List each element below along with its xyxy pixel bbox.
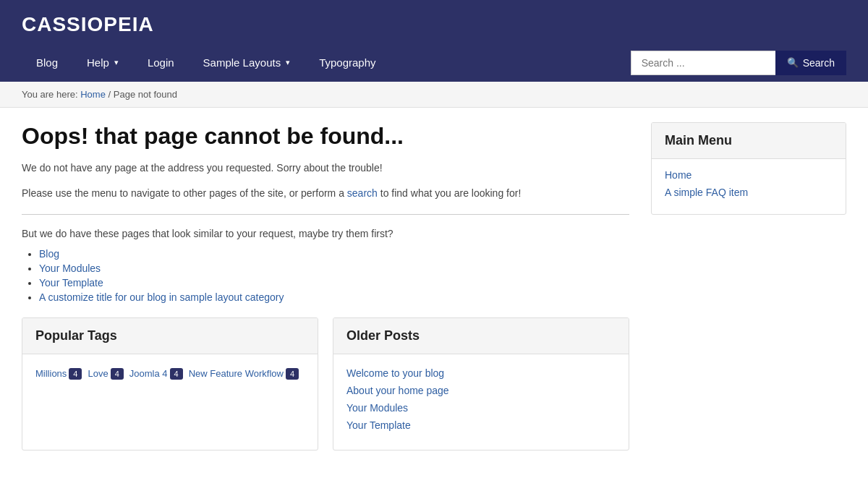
- tag-workflow[interactable]: New Feature Workflow: [189, 368, 284, 379]
- sidebar-title: Main Menu: [652, 123, 846, 159]
- search-link[interactable]: search: [347, 187, 378, 199]
- similar-link-customize[interactable]: A customize title for our blog in sample…: [39, 291, 284, 303]
- similar-link-template[interactable]: Your Template: [39, 277, 103, 289]
- breadcrumb-current: Page not found: [114, 89, 177, 100]
- list-item: Your Template: [39, 277, 629, 289]
- similar-link-blog[interactable]: Blog: [39, 248, 59, 260]
- list-item: About your home page: [346, 385, 616, 396]
- list-item: Home: [665, 169, 833, 181]
- list-item: Blog: [39, 248, 629, 260]
- tag-love[interactable]: Love: [88, 368, 108, 379]
- error-title: Oops! that page cannot be found...: [22, 122, 629, 150]
- popular-tags-title: Popular Tags: [22, 318, 318, 354]
- search-icon: 🔍: [787, 57, 799, 68]
- content-area: Oops! that page cannot be found... We do…: [22, 122, 651, 451]
- main-nav: Blog Help ▾ Login Sample Layouts ▾ Typog…: [22, 43, 846, 82]
- similar-links-list: Blog Your Modules Your Template A custom…: [22, 248, 629, 303]
- nav-typography[interactable]: Typography: [305, 43, 390, 82]
- older-posts-box: Older Posts Welcome to your blog About y…: [333, 317, 629, 451]
- list-item: Your Template: [346, 419, 616, 431]
- divider: [22, 214, 629, 215]
- search-input[interactable]: [631, 51, 775, 75]
- older-link-welcome[interactable]: Welcome to your blog: [346, 367, 444, 379]
- older-links-list: Welcome to your blog About your home pag…: [346, 367, 616, 431]
- nav-sample-layouts[interactable]: Sample Layouts ▾: [189, 43, 305, 82]
- nav-left: Blog Help ▾ Login Sample Layouts ▾ Typog…: [22, 43, 391, 82]
- sidebar-box: Main Menu Home A simple FAQ item: [651, 122, 846, 215]
- similar-link-modules[interactable]: Your Modules: [39, 262, 101, 274]
- bottom-boxes: Popular Tags Millions4 Love4 Joomla 44: [22, 317, 629, 451]
- tag-item: Joomla 44: [129, 367, 183, 379]
- nav-help[interactable]: Help ▾: [72, 43, 133, 82]
- tag-count: 4: [170, 368, 183, 380]
- tag-item: Love4: [88, 367, 123, 379]
- breadcrumb-home[interactable]: Home: [80, 89, 106, 100]
- older-link-home[interactable]: About your home page: [346, 385, 449, 396]
- site-title: CASSIOPEIA: [22, 13, 154, 35]
- similar-text: But we do have these pages that look sim…: [22, 228, 629, 239]
- breadcrumb-prefix: You are here:: [22, 89, 78, 100]
- nav-search-area: 🔍 Search: [631, 51, 846, 75]
- sidebar: Main Menu Home A simple FAQ item: [651, 122, 846, 451]
- popular-tags-content: Millions4 Love4 Joomla 44 New Feature Wo…: [22, 354, 318, 392]
- search-button[interactable]: 🔍 Search: [775, 51, 846, 75]
- error-desc-1: We do not have any page at the address y…: [22, 160, 629, 176]
- list-item: Your Modules: [346, 402, 616, 414]
- error-desc-2: Please use the menu to navigate to other…: [22, 185, 629, 201]
- nav-blog[interactable]: Blog: [22, 43, 72, 82]
- tag-joomla4[interactable]: Joomla 4: [129, 368, 168, 379]
- tag-count: 4: [111, 368, 124, 380]
- main-wrapper: Oops! that page cannot be found... We do…: [0, 108, 868, 465]
- tag-millions[interactable]: Millions: [35, 368, 67, 379]
- older-link-modules[interactable]: Your Modules: [346, 402, 408, 414]
- breadcrumb: You are here: Home / Page not found: [0, 82, 868, 108]
- older-link-template[interactable]: Your Template: [346, 419, 411, 431]
- list-item: Welcome to your blog: [346, 367, 616, 379]
- list-item: A simple FAQ item: [665, 187, 833, 198]
- sidebar-item-home[interactable]: Home: [665, 169, 692, 181]
- nav-login[interactable]: Login: [133, 43, 189, 82]
- tag-count: 4: [286, 368, 299, 380]
- chevron-down-icon: ▾: [286, 58, 290, 67]
- chevron-down-icon: ▾: [114, 58, 119, 67]
- sidebar-item-faq[interactable]: A simple FAQ item: [665, 187, 748, 198]
- tag-item: Millions4: [35, 367, 82, 379]
- tag-item: New Feature Workflow4: [189, 367, 299, 379]
- older-posts-title: Older Posts: [333, 318, 629, 354]
- tags-row: Millions4 Love4 Joomla 44 New Feature Wo…: [35, 367, 305, 379]
- list-item: Your Modules: [39, 262, 629, 274]
- site-header: CASSIOPEIA Blog Help ▾ Login Sample Layo…: [0, 0, 868, 82]
- popular-tags-box: Popular Tags Millions4 Love4 Joomla 44: [22, 317, 318, 451]
- tag-count: 4: [69, 368, 82, 380]
- sidebar-links-list: Home A simple FAQ item: [652, 159, 846, 214]
- list-item: A customize title for our blog in sample…: [39, 291, 629, 303]
- older-posts-content: Welcome to your blog About your home pag…: [333, 354, 629, 450]
